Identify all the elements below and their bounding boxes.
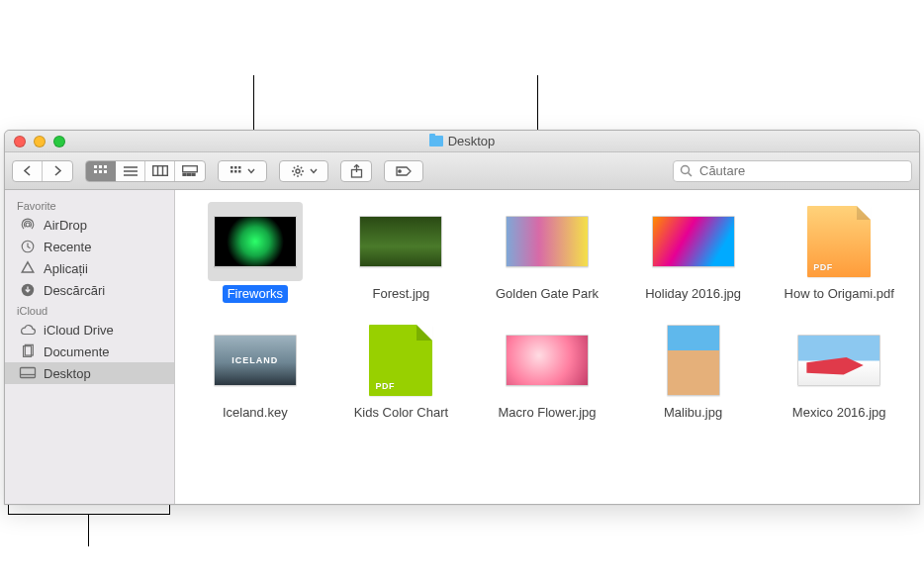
zoom-window-button[interactable] (53, 136, 65, 147)
file-thumbnail (646, 202, 741, 281)
action-menu-button[interactable] (279, 160, 328, 182)
file-thumbnail (791, 321, 886, 400)
file-item[interactable]: Holiday 2016.jpg (623, 202, 764, 303)
share-icon (350, 164, 363, 178)
svg-rect-21 (234, 170, 237, 173)
file-name-label: Fireworks (223, 285, 288, 303)
svg-rect-19 (238, 166, 241, 169)
file-item[interactable]: Golden Gate Park (477, 202, 617, 303)
back-button[interactable] (13, 161, 43, 181)
gallery-view-button[interactable] (175, 161, 205, 181)
share-button[interactable] (340, 160, 372, 182)
sidebar-item-downloads[interactable]: Descărcări (5, 279, 174, 301)
documents-icon (19, 343, 37, 359)
list-view-button[interactable] (116, 161, 145, 181)
file-name-label: Forest.jpg (367, 285, 434, 303)
file-thumbnail: ICELAND (208, 321, 303, 400)
file-thumbnail (791, 202, 886, 281)
svg-rect-22 (238, 170, 241, 173)
forward-button[interactable] (43, 161, 72, 181)
file-name-label: Mexico 2016.jpg (787, 404, 891, 422)
search-input[interactable] (697, 162, 905, 179)
svg-rect-1 (99, 165, 102, 168)
search-icon (680, 164, 693, 177)
file-name-label: How to Origami.pdf (780, 285, 899, 303)
svg-rect-3 (94, 170, 97, 173)
file-thumbnail (500, 202, 595, 281)
sidebar-item-label: Desktop (44, 366, 91, 381)
sidebar-item-documents[interactable]: Documente (5, 341, 174, 362)
sidebar-item-recents[interactable]: Recente (5, 236, 174, 257)
svg-rect-10 (152, 166, 167, 176)
svg-rect-5 (104, 170, 107, 173)
apps-icon (19, 260, 37, 276)
list-icon (124, 166, 138, 176)
column-view-button[interactable] (145, 161, 175, 181)
tag-icon (395, 165, 413, 177)
airdrop-icon (19, 217, 37, 233)
tags-button[interactable] (384, 160, 423, 182)
window-title: Desktop (5, 131, 919, 151)
sidebar-item-iclouddrive[interactable]: iCloud Drive (5, 319, 174, 341)
chevron-down-icon (310, 168, 318, 174)
svg-rect-13 (183, 166, 198, 172)
file-thumbnail (353, 202, 448, 281)
chevron-left-icon (23, 165, 32, 176)
view-mode-switch (85, 160, 206, 182)
sidebar-item-airdrop[interactable]: AirDrop (5, 214, 174, 236)
window-controls (14, 136, 65, 147)
sidebar-item-apps[interactable]: Aplicații (5, 257, 174, 279)
sidebar: FavoriteAirDropRecenteAplicațiiDescărcăr… (5, 190, 175, 504)
sidebar-item-label: Descărcări (44, 283, 105, 298)
file-item[interactable]: Malibu.jpg (623, 321, 764, 422)
sidebar-item-label: AirDrop (44, 218, 87, 233)
file-item[interactable]: Mexico 2016.jpg (769, 321, 909, 422)
sidebar-item-label: iCloud Drive (44, 323, 114, 338)
sidebar-item-label: Aplicații (44, 261, 88, 276)
sidebar-item-desktop[interactable]: Desktop (5, 362, 174, 384)
file-name-label: Holiday 2016.jpg (640, 285, 746, 303)
file-item[interactable]: ICELANDIceland.key (185, 321, 325, 422)
file-name-label: Macro Flower.jpg (494, 404, 601, 422)
file-thumbnail (646, 321, 741, 400)
svg-point-25 (399, 169, 401, 171)
window-title-text: Desktop (448, 134, 496, 148)
svg-rect-2 (104, 165, 107, 168)
file-item[interactable]: Forest.jpg (331, 202, 472, 303)
gallery-icon (182, 165, 198, 176)
file-browser: FireworksForest.jpgGolden Gate ParkHolid… (175, 190, 919, 504)
iclouddrive-icon (19, 322, 37, 338)
file-item[interactable]: How to Origami.pdf (769, 202, 909, 303)
titlebar: Desktop (5, 131, 919, 152)
svg-rect-14 (183, 173, 186, 175)
downloads-icon (19, 282, 37, 298)
file-thumbnail (208, 202, 303, 281)
toolbar (5, 152, 919, 190)
columns-icon (152, 165, 168, 176)
sidebar-item-label: Recente (44, 240, 91, 254)
file-name-label: Kids Color Chart (349, 404, 453, 422)
search-field[interactable] (673, 160, 912, 182)
svg-rect-18 (234, 166, 237, 169)
folder-icon (429, 136, 443, 147)
recents-icon (19, 239, 37, 254)
chevron-down-icon (247, 168, 255, 174)
file-item[interactable]: Macro Flower.jpg (477, 321, 617, 422)
group-by-button[interactable] (218, 160, 267, 182)
grid-icon (94, 165, 108, 177)
svg-rect-20 (231, 170, 233, 173)
svg-rect-16 (192, 173, 195, 175)
icon-view-button[interactable] (86, 161, 116, 181)
sidebar-item-label: Documente (44, 344, 109, 359)
file-thumbnail (500, 321, 595, 400)
svg-line-27 (689, 173, 693, 177)
close-window-button[interactable] (14, 136, 26, 147)
desktop-icon (19, 365, 37, 381)
sidebar-section-header: iCloud (5, 301, 174, 319)
file-item[interactable]: Kids Color Chart (331, 321, 472, 422)
minimize-window-button[interactable] (34, 136, 46, 147)
file-name-label: Iceland.key (218, 404, 293, 422)
file-item[interactable]: Fireworks (185, 202, 325, 303)
svg-point-23 (296, 169, 300, 173)
svg-rect-4 (99, 170, 102, 173)
